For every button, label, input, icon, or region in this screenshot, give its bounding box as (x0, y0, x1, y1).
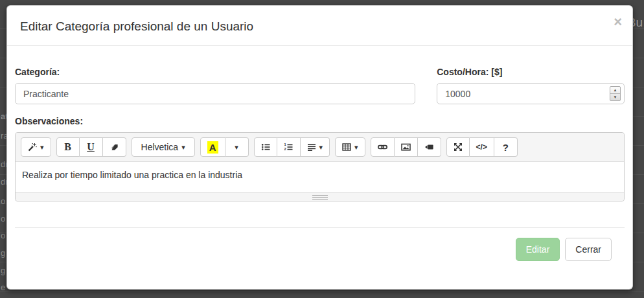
modal-header: Editar Categoría profesional de un Usuar… (7, 6, 632, 46)
background-text-fragment: o (1, 231, 5, 240)
background-text-fragment: o (1, 196, 5, 206)
svg-text:2: 2 (284, 147, 286, 151)
spinner-down-icon[interactable]: ▼ (610, 94, 620, 100)
svg-text:1: 1 (284, 143, 286, 146)
font-color-icon: A (207, 141, 218, 154)
number-spinner: ▲ ▼ (610, 86, 621, 101)
clear-format-button[interactable] (103, 137, 126, 157)
costo-hora-label: Costo/Hora: [$] (437, 67, 625, 77)
paragraph-align-dropdown[interactable]: ▾ (301, 137, 330, 157)
font-style-group: B U (56, 137, 126, 157)
help-button[interactable]: ? (494, 137, 518, 157)
misc-group: </> ? (446, 137, 518, 157)
bold-icon: B (64, 141, 71, 153)
editar-button[interactable]: Editar (516, 238, 560, 261)
cerrar-button[interactable]: Cerrar (565, 238, 612, 261)
chevron-down-icon: ▾ (235, 144, 238, 151)
chevron-down-icon: ▾ (181, 144, 185, 151)
code-icon: </> (476, 143, 487, 152)
categoria-input[interactable] (15, 83, 415, 104)
fullscreen-icon (454, 143, 463, 152)
question-icon: ? (503, 142, 509, 153)
insert-link-button[interactable] (371, 137, 395, 157)
observaciones-label: Observaciones: (15, 116, 625, 126)
style-group: ▾ (21, 137, 51, 157)
rich-text-editor: ▾ B U (15, 132, 625, 201)
underline-button[interactable]: U (80, 137, 103, 157)
ordered-list-button[interactable]: 1 2 (277, 137, 301, 157)
font-color-dropdown[interactable]: ▾ (225, 137, 249, 157)
font-color-button[interactable]: A (200, 137, 225, 157)
modal-body: Categoría: Costo/Hora: [$] ▲ ▼ Observaci… (7, 46, 632, 271)
editor-toolbar: ▾ B U (16, 133, 624, 162)
font-family-group: Helvetica ▾ (132, 137, 195, 157)
spinner-up-icon[interactable]: ▲ (610, 87, 620, 94)
costo-hora-input[interactable] (437, 83, 625, 104)
background-text-fragment: g (1, 248, 5, 258)
paragraph-group: 1 2 ▾ (254, 137, 330, 157)
image-icon (401, 143, 411, 152)
table-dropdown[interactable]: ▾ (335, 137, 365, 157)
font-family-dropdown[interactable]: Helvetica ▾ (132, 137, 195, 157)
close-icon[interactable]: × (614, 15, 622, 29)
bullet-list-icon (261, 143, 270, 152)
underline-icon: U (87, 141, 95, 153)
chevron-down-icon: ▾ (319, 144, 323, 151)
background-text-fragment: e (1, 282, 5, 292)
background-text-fragment: o (1, 214, 5, 224)
numbered-list-icon: 1 2 (284, 143, 293, 152)
fullscreen-button[interactable] (446, 137, 470, 157)
observaciones-editor-area[interactable]: Realiza por tiempo limitado una practica… (16, 162, 624, 192)
modal-footer: Editar Cerrar (15, 227, 625, 271)
code-view-button[interactable]: </> (470, 137, 494, 157)
editor-resize-bar[interactable] (16, 192, 624, 201)
unordered-list-button[interactable] (254, 137, 277, 157)
background-text-fragment: g (1, 266, 5, 275)
link-icon (378, 143, 387, 152)
chevron-down-icon: ▾ (40, 144, 44, 151)
modal-title: Editar Categoría profesional de un Usuar… (20, 17, 619, 36)
table-group: ▾ (335, 137, 365, 157)
color-group: A ▾ (200, 137, 249, 157)
insert-group (371, 137, 441, 157)
video-icon (424, 143, 434, 152)
font-family-value: Helvetica (141, 142, 179, 152)
eraser-icon (109, 143, 119, 152)
bold-button[interactable]: B (56, 137, 80, 157)
insert-video-button[interactable] (418, 137, 441, 157)
edit-category-modal: Editar Categoría profesional de un Usuar… (6, 5, 633, 290)
magic-wand-icon (28, 143, 37, 152)
table-icon (342, 143, 351, 152)
magic-style-button[interactable]: ▾ (21, 137, 51, 157)
categoria-label: Categoría: (15, 67, 415, 77)
align-lines-icon (307, 143, 316, 152)
chevron-down-icon: ▾ (354, 144, 358, 151)
resize-grip-icon (312, 195, 328, 200)
insert-image-button[interactable] (395, 137, 418, 157)
